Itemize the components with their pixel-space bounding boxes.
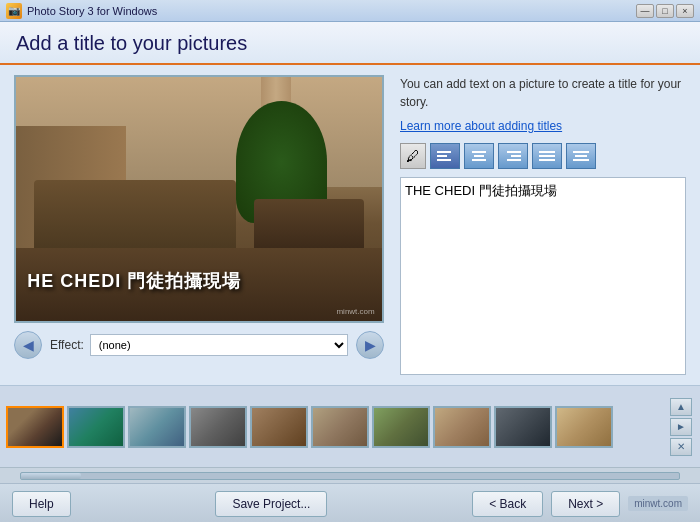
page-header: Add a title to your pictures — [0, 22, 700, 65]
preview-photo: HE CHEDI 門徒拍攝現場 minwt.com — [16, 77, 382, 321]
app-title: Photo Story 3 for Windows — [27, 5, 636, 17]
info-description: You can add text on a picture to create … — [400, 75, 686, 111]
photo-furniture-side — [254, 199, 364, 253]
svg-rect-5 — [472, 159, 486, 161]
page-title: Add a title to your pictures — [16, 32, 684, 55]
effect-row: Effect: (none) — [50, 334, 348, 356]
title-bar: 📷 Photo Story 3 for Windows — □ × — [0, 0, 700, 22]
main-area: HE CHEDI 門徒拍攝現場 minwt.com ◀ Effect: (non… — [0, 65, 700, 385]
filmstrip-area: ▲ ► ✕ — [0, 385, 700, 467]
format-toolbar: 🖊 — [400, 143, 686, 169]
thumb-image-9 — [496, 408, 550, 446]
svg-rect-3 — [472, 151, 486, 153]
svg-rect-14 — [573, 159, 589, 161]
bottom-bar: Help Save Project... < Back Next > minwt… — [0, 483, 700, 522]
window-controls[interactable]: — □ × — [636, 4, 694, 18]
minimize-button[interactable]: — — [636, 4, 654, 18]
picture-panel: HE CHEDI 門徒拍攝現場 minwt.com ◀ Effect: (non… — [14, 75, 384, 375]
prev-arrow[interactable]: ◀ — [14, 331, 42, 359]
maximize-button[interactable]: □ — [656, 4, 674, 18]
thumb-image-3 — [130, 408, 184, 446]
filmstrip-nav-up[interactable]: ▲ — [670, 398, 692, 416]
thumb-image-10 — [557, 408, 611, 446]
title-text-area[interactable]: THE CHEDI 門徒拍攝現場 — [405, 182, 681, 370]
align-justify-button[interactable] — [532, 143, 562, 169]
film-thumb-6[interactable] — [311, 406, 369, 448]
effect-select[interactable]: (none) — [90, 334, 348, 356]
film-thumb-2[interactable] — [67, 406, 125, 448]
effect-label: Effect: — [50, 338, 84, 352]
filmstrip-nav: ▲ ► ✕ — [670, 398, 692, 456]
filmstrip-nav-right[interactable]: ► — [670, 418, 692, 436]
font-icon-label: 🖊 — [406, 148, 420, 164]
svg-rect-10 — [539, 155, 555, 157]
svg-rect-4 — [474, 155, 484, 157]
scrollbar-track[interactable] — [20, 472, 680, 480]
close-button[interactable]: × — [676, 4, 694, 18]
thumb-image-7 — [374, 408, 428, 446]
filmstrip-scroll — [6, 406, 613, 448]
save-project-button[interactable]: Save Project... — [215, 491, 327, 517]
svg-rect-9 — [539, 151, 555, 153]
align-center-button[interactable] — [464, 143, 494, 169]
thumb-image-2 — [69, 408, 123, 446]
photo-watermark: minwt.com — [336, 307, 374, 316]
film-thumb-10[interactable] — [555, 406, 613, 448]
next-button[interactable]: Next > — [551, 491, 620, 517]
filmstrip-nav-close[interactable]: ✕ — [670, 438, 692, 456]
scrollbar-thumb[interactable] — [21, 473, 81, 479]
svg-rect-1 — [437, 155, 447, 157]
nav-row: ◀ Effect: (none) ▶ — [14, 331, 384, 359]
scrollbar-area[interactable] — [0, 467, 700, 483]
svg-rect-6 — [507, 151, 521, 153]
text-area-container[interactable]: THE CHEDI 門徒拍攝現場 — [400, 177, 686, 375]
photo-title-overlay: HE CHEDI 門徒拍攝現場 — [23, 265, 374, 297]
thumb-image-8 — [435, 408, 489, 446]
help-button[interactable]: Help — [12, 491, 71, 517]
svg-rect-7 — [511, 155, 521, 157]
thumb-image-1 — [8, 408, 62, 446]
align-left-button[interactable] — [430, 143, 460, 169]
photo-furniture-main — [34, 180, 235, 253]
back-button[interactable]: < Back — [472, 491, 543, 517]
brand-watermark: minwt.com — [628, 496, 688, 511]
thumb-image-6 — [313, 408, 367, 446]
film-thumb-7[interactable] — [372, 406, 430, 448]
right-panel: You can add text on a picture to create … — [400, 75, 686, 375]
app-icon: 📷 — [6, 3, 22, 19]
font-picker-icon[interactable]: 🖊 — [400, 143, 426, 169]
preview-frame: HE CHEDI 門徒拍攝現場 minwt.com — [14, 75, 384, 323]
svg-rect-11 — [539, 159, 555, 161]
thumb-image-5 — [252, 408, 306, 446]
align-extra-button[interactable] — [566, 143, 596, 169]
svg-rect-2 — [437, 159, 451, 161]
film-thumb-4[interactable] — [189, 406, 247, 448]
learn-more-link[interactable]: Learn more about adding titles — [400, 119, 686, 133]
next-arrow[interactable]: ▶ — [356, 331, 384, 359]
svg-rect-8 — [507, 159, 521, 161]
film-thumb-1[interactable] — [6, 406, 64, 448]
film-thumb-8[interactable] — [433, 406, 491, 448]
bottom-right: < Back Next > minwt.com — [472, 491, 688, 517]
film-thumb-5[interactable] — [250, 406, 308, 448]
svg-rect-13 — [575, 155, 587, 157]
align-right-button[interactable] — [498, 143, 528, 169]
svg-rect-0 — [437, 151, 451, 153]
svg-rect-12 — [573, 151, 589, 153]
film-thumb-3[interactable] — [128, 406, 186, 448]
thumb-image-4 — [191, 408, 245, 446]
film-thumb-9[interactable] — [494, 406, 552, 448]
